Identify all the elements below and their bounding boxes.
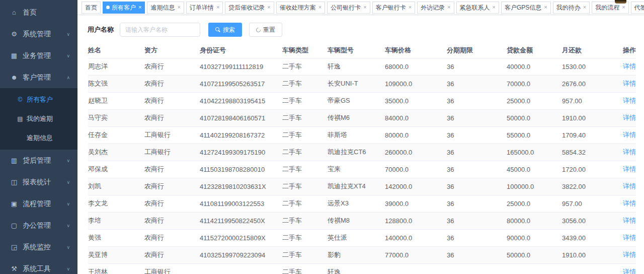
cell-funder: 农商行	[144, 58, 200, 75]
cell-vehicle-type: 二手车	[282, 246, 328, 263]
cell-vehicle-price: 68000.0	[385, 58, 447, 75]
sidebar-subitem-label: 所有客户	[27, 95, 53, 104]
cell-name: 周志洋	[88, 58, 144, 75]
sidebar-item-label: 系统工具	[23, 264, 51, 273]
tab[interactable]: 客户GPS信息 ×	[501, 2, 551, 14]
table-body: 周志洋 农商行 410327199111112819 二手车 轩逸 68000.…	[88, 58, 636, 274]
cell-vehicle-model: 宝来	[328, 161, 385, 178]
close-icon[interactable]: ×	[493, 5, 496, 10]
sidebar-top-menu: ⌂ 首页 ⚙ 系统管理 ∨ ▦ 业务管理 ∨ ☻ 客户管理 ∧	[0, 2, 77, 88]
tab[interactable]: 所有客户 ×	[103, 2, 145, 14]
cell-id-number	[200, 263, 282, 274]
column-header: 资方	[144, 43, 200, 58]
cell-id-number: 410325199709223094	[200, 246, 282, 263]
active-tab-dot-icon	[106, 6, 110, 9]
detail-link[interactable]: 详情	[623, 62, 636, 70]
close-icon[interactable]: ×	[544, 5, 547, 10]
sidebar-item[interactable]: ⚙ 系统管理 ∨	[0, 23, 77, 45]
cell-funder: 农商行	[144, 195, 200, 212]
close-icon[interactable]: ×	[447, 5, 450, 10]
sidebar-item[interactable]: ◫ 报表统计 ∨	[0, 171, 77, 193]
sidebar-item-label: 报表统计	[23, 178, 51, 187]
sidebar-item[interactable]: ◲ 系统监控 ∨	[0, 236, 77, 258]
cell-loan-amount: 45000.0	[507, 161, 562, 178]
tab[interactable]: 首页	[82, 2, 101, 14]
chart-icon: ◫	[10, 179, 18, 185]
sidebar-subitem[interactable]: 逾期信息	[0, 128, 77, 148]
sidebar-item-label: 系统管理	[23, 30, 51, 39]
tab[interactable]: 客户银行卡 ×	[372, 2, 415, 14]
table-header-row: 姓名 资方 身份证号 车辆类型 车辆型号 车辆价格 分期期限	[88, 43, 636, 58]
close-icon[interactable]: ×	[216, 5, 219, 10]
table-row: 黄强 农商行 41152720000215809X 二手车 英仕派 140000…	[88, 229, 636, 246]
column-header: 车辆价格	[385, 43, 447, 58]
cell-term: 36	[447, 75, 507, 92]
table-row: 吴刘杰 工商银行 412724199309175190 二手车 凯迪拉克CT6 …	[88, 144, 636, 161]
tab[interactable]: 代签任务 ×	[631, 2, 644, 14]
detail-link[interactable]: 详情	[623, 251, 636, 258]
detail-link[interactable]: 详情	[623, 114, 636, 121]
cell-monthly-payment: 1720.00	[562, 161, 616, 178]
close-icon[interactable]: ×	[267, 5, 270, 10]
sidebar-subitem[interactable]: © 所有客户	[0, 90, 77, 109]
sidebar-item[interactable]: ▥ 贷后管理 ∨	[0, 150, 77, 171]
sidebar-item[interactable]: ⚒ 系统工具 ∨	[0, 258, 77, 274]
cell-monthly-payment: 957.00	[562, 195, 616, 212]
gear-icon: ⚙	[10, 31, 18, 37]
column-header: 车辆型号	[328, 43, 385, 58]
cell-name: 王培林	[88, 263, 144, 274]
tab[interactable]: 订单详情 ×	[186, 2, 223, 14]
detail-link[interactable]: 详情	[623, 131, 636, 139]
close-icon[interactable]: ×	[409, 5, 412, 10]
close-icon[interactable]: ×	[363, 5, 366, 10]
close-icon[interactable]: ×	[583, 5, 586, 10]
sidebar-item[interactable]: ⌂ 首页	[0, 2, 77, 23]
cell-vehicle-type: 二手车	[282, 229, 328, 246]
search-input[interactable]	[120, 23, 200, 37]
tab[interactable]: 催收处理方案 ×	[276, 2, 325, 14]
cell-funder: 农商行	[144, 246, 200, 263]
cell-name: 任存金	[88, 126, 144, 144]
office-icon: ▢	[10, 222, 18, 229]
sidebar-item[interactable]: ☻ 客户管理 ∧	[0, 66, 77, 88]
cell-term	[447, 263, 507, 274]
close-icon[interactable]: ×	[177, 5, 180, 10]
close-icon[interactable]: ×	[622, 5, 625, 10]
sidebar-item[interactable]: ▢ 办公管理 ∨	[0, 215, 77, 236]
cell-vehicle-type: 二手车	[282, 161, 328, 178]
grid-icon: ▦	[10, 52, 18, 59]
cell-monthly-payment: 1910.00	[562, 246, 616, 263]
search-button[interactable]: 搜索	[208, 23, 242, 37]
cell-vehicle-type: 二手车	[282, 58, 328, 75]
detail-link[interactable]: 详情	[623, 182, 636, 190]
close-icon[interactable]: ×	[138, 5, 141, 10]
tab[interactable]: 紧急联系人 ×	[456, 2, 499, 14]
detail-link[interactable]: 详情	[623, 165, 636, 173]
cell-name: 吴亚博	[88, 246, 144, 263]
tab[interactable]: 公司银行卡 ×	[327, 2, 370, 14]
tab[interactable]: 贷后催收记录 ×	[225, 2, 274, 14]
sidebar-subitem[interactable]: ▤ 我的逾期	[0, 109, 77, 128]
detail-link[interactable]: 详情	[623, 148, 636, 156]
reset-button[interactable]: 重置	[249, 23, 282, 37]
cell-vehicle-price: 39000.0	[385, 195, 447, 212]
sidebar-item-label: 流程管理	[23, 199, 51, 209]
detail-link[interactable]: 详情	[623, 199, 636, 207]
cell-vehicle-model: 帝豪GS	[328, 92, 385, 109]
tab[interactable]: 逾期信息 ×	[147, 2, 184, 14]
tab[interactable]: 我的待办 ×	[553, 2, 590, 14]
search-button-label: 搜索	[223, 27, 235, 33]
detail-link[interactable]: 详情	[623, 217, 636, 224]
tab[interactable]: 外访记录 ×	[417, 2, 454, 14]
cell-vehicle-model: 影豹	[328, 246, 385, 263]
close-icon[interactable]: ×	[318, 5, 321, 10]
cell-loan-amount: 55000.0	[507, 126, 562, 144]
sidebar-item[interactable]: ▣ 流程管理 ∨	[0, 193, 77, 215]
detail-link[interactable]: 详情	[623, 268, 636, 274]
column-header: 姓名	[88, 43, 144, 58]
detail-link[interactable]: 详情	[623, 80, 636, 87]
detail-link[interactable]: 详情	[623, 97, 636, 104]
cell-id-number: 41232819810203631X	[200, 178, 282, 195]
sidebar-item[interactable]: ▦ 业务管理 ∨	[0, 45, 77, 66]
detail-link[interactable]: 详情	[623, 234, 636, 241]
